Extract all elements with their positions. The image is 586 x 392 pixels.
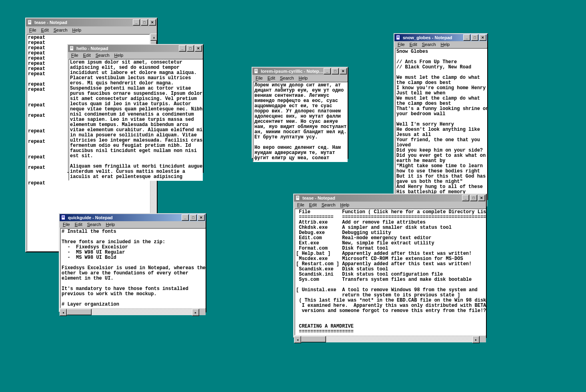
menubar: File Edit Search Help [252, 75, 348, 81]
close-button[interactable]: ✕ [149, 19, 156, 26]
notepad-icon [295, 195, 301, 201]
menu-search[interactable]: Search [278, 75, 296, 81]
maximize-button[interactable]: □ [470, 195, 477, 201]
close-button[interactable]: ✕ [198, 214, 205, 221]
menu-search[interactable]: Search [93, 52, 112, 58]
scroll-track[interactable] [301, 336, 472, 342]
menu-help[interactable]: Help [112, 52, 126, 58]
notepad-window-quickguide[interactable]: quickguide - Notepad _ □ ✕ File Edit Sea… [59, 213, 206, 312]
minimize-button[interactable]: _ [133, 19, 140, 26]
menu-help[interactable]: Help [104, 221, 118, 228]
notepad-window-cyrillic[interactable]: lorem-ipsum-cyrillic - Notepad _ □ ✕ Fil… [252, 67, 348, 159]
titlebar[interactable]: quickguide - Notepad _ □ ✕ [60, 214, 206, 221]
menubar: File Edit Search Help [26, 26, 157, 34]
titlebar[interactable]: snow_globes - Notepad _ □ ✕ [394, 34, 487, 41]
minimize-button[interactable]: _ [182, 214, 189, 221]
notepad-icon [69, 45, 75, 52]
menu-file[interactable]: File [295, 202, 307, 208]
titlebar[interactable]: tease - Notepad _ □ ✕ [294, 194, 486, 202]
close-button[interactable]: ✕ [340, 68, 347, 74]
window-title: tease - Notepad [34, 20, 133, 25]
text-content[interactable]: File Function ( Click here for a complet… [295, 209, 486, 335]
menu-edit[interactable]: Edit [81, 52, 93, 58]
titlebar-buttons: _ □ ✕ [133, 19, 156, 26]
maximize-button[interactable]: □ [141, 19, 148, 26]
menu-file[interactable]: File [253, 75, 265, 81]
window-title: snow_globes - Notepad [403, 35, 463, 40]
minimize-button[interactable]: _ [179, 45, 186, 52]
minimize-button[interactable]: _ [463, 34, 470, 41]
close-button[interactable]: ✕ [479, 34, 486, 41]
maximize-button[interactable]: □ [471, 34, 478, 41]
titlebar-buttons: _ □ ✕ [462, 195, 485, 201]
notepad-window-hello[interactable]: hello - Notepad _ □ ✕ File Edit Search H… [67, 44, 204, 173]
scroll-left-button[interactable]: ◂ [60, 309, 67, 316]
window-title: lorem-ipsum-cyrillic - Notepad [261, 69, 324, 74]
titlebar[interactable]: hello - Notepad _ □ ✕ [68, 45, 203, 52]
menu-edit[interactable]: Edit [407, 41, 420, 48]
titlebar-buttons: _ □ ✕ [179, 45, 202, 52]
menu-file[interactable]: File [69, 52, 81, 58]
notepad-icon [395, 34, 402, 41]
maximize-button[interactable]: □ [332, 68, 339, 74]
scroll-thumb[interactable] [301, 336, 326, 342]
notepad-window-tease-directory[interactable]: tease - Notepad _ □ ✕ File Edit Search H… [293, 194, 487, 338]
close-button[interactable]: ✕ [478, 195, 485, 201]
text-content[interactable]: Lorem ipsum dolor sit amet, consectetur … [69, 60, 203, 180]
menubar: File Edit Search Help [68, 52, 203, 58]
menubar: File Edit Search Help [294, 202, 486, 208]
menubar: File Edit Search Help [394, 41, 487, 48]
window-title: hello - Notepad [76, 46, 179, 51]
titlebar-buttons: _ □ ✕ [463, 34, 486, 41]
minimize-button[interactable]: _ [462, 195, 469, 201]
scroll-up-button[interactable]: ▴ [150, 34, 157, 41]
menu-edit[interactable]: Edit [72, 221, 85, 228]
window-title: quickguide - Notepad [68, 215, 182, 220]
minimize-button[interactable]: _ [324, 68, 331, 74]
menu-help[interactable]: Help [296, 75, 310, 81]
scroll-track[interactable] [67, 309, 192, 315]
menu-help[interactable]: Help [438, 41, 452, 48]
scroll-right-button[interactable]: ▸ [472, 336, 480, 343]
close-button[interactable]: ✕ [195, 45, 202, 52]
notepad-window-snow-globes[interactable]: snow_globes - Notepad _ □ ✕ File Edit Se… [394, 33, 488, 200]
text-content[interactable]: Snow Globes // Ants From Up There // Bla… [396, 49, 487, 206]
menu-file[interactable]: File [60, 221, 72, 228]
menu-help[interactable]: Help [70, 27, 84, 33]
scroll-corner [199, 309, 206, 315]
scroll-left-button[interactable]: ◂ [294, 336, 301, 343]
maximize-button[interactable]: □ [187, 45, 194, 52]
titlebar-buttons: _ □ ✕ [182, 214, 205, 221]
scroll-thumb[interactable] [67, 309, 92, 315]
menu-search[interactable]: Search [420, 41, 438, 48]
menu-search[interactable]: Search [85, 221, 104, 228]
titlebar-buttons: _ □ ✕ [324, 68, 347, 74]
menu-edit[interactable]: Edit [39, 27, 51, 33]
menu-search[interactable]: Search [51, 27, 70, 33]
titlebar[interactable]: lorem-ipsum-cyrillic - Notepad _ □ ✕ [252, 68, 348, 75]
window-title: tease - Notepad [302, 196, 462, 200]
menu-file[interactable]: File [395, 41, 407, 48]
menu-search[interactable]: Search [319, 202, 338, 208]
scroll-corner [480, 336, 486, 342]
scroll-right-button[interactable]: ▸ [192, 309, 199, 316]
horizontal-scrollbar[interactable]: ◂ ▸ [294, 336, 480, 342]
titlebar[interactable]: tease - Notepad _ □ ✕ [26, 18, 157, 26]
notepad-icon [253, 68, 260, 74]
text-content[interactable]: # Install the fonts Three fonts are incl… [61, 229, 206, 308]
menu-help[interactable]: Help [338, 202, 352, 208]
menu-edit[interactable]: Edit [307, 202, 319, 208]
text-content[interactable]: Лорем ипсум долор сит амет, ат дицант ла… [254, 82, 347, 161]
maximize-button[interactable]: □ [190, 214, 197, 221]
notepad-icon [27, 19, 33, 26]
menu-file[interactable]: File [27, 27, 39, 33]
horizontal-scrollbar[interactable]: ◂ ▸ [60, 309, 199, 315]
notepad-icon [60, 214, 67, 221]
menu-edit[interactable]: Edit [265, 75, 278, 81]
menubar: File Edit Search Help [60, 221, 206, 228]
